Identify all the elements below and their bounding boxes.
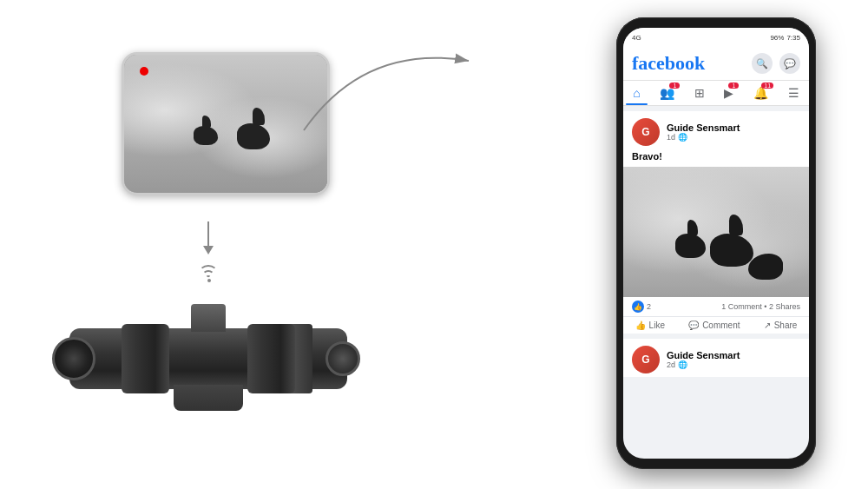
status-right: 96% 7:35 [770,34,800,42]
comment-label: Comment [702,320,740,330]
recording-dot [140,67,148,76]
menu-icon: ☰ [788,86,799,100]
post-2-avatar: G [632,346,660,373]
thermal-background [124,55,327,193]
post-1-avatar: G [632,118,660,146]
post-1-image [623,167,809,297]
phone-container: 4G 96% 7:35 facebook 🔍 💬 [616,17,816,469]
comments-shares-text: 1 Comment • 2 Shares [721,302,800,311]
nav-notifications[interactable]: 🔔 11 [746,84,775,102]
share-button[interactable]: ↗ Share [764,320,798,330]
header-icons: 🔍 💬 [752,53,800,74]
arrow-down-line [207,221,209,248]
comment-action-icon: 💬 [688,320,699,330]
share-label: Share [774,320,798,330]
facebook-nav[interactable]: ⌂ 👥 1 ⊞ ▶ 1 🔔 [623,81,809,106]
groups-icon: ⊞ [694,86,705,100]
post-2-meta: Guide Sensmart 2d 🌐 [667,350,800,369]
messenger-button[interactable]: 💬 [779,53,800,74]
globe-icon: 🌐 [678,133,687,142]
battery-text: 96% [770,34,784,42]
comment-button[interactable]: 💬 Comment [688,320,740,330]
post-deer-3 [748,254,783,280]
post-2-globe-icon: 🌐 [678,360,687,369]
search-icon: 🔍 [756,58,768,69]
post-1-text: Bravo! [623,149,809,167]
post-1-time: 1d 🌐 [667,133,800,142]
facebook-post-2: G Guide Sensmart 2d 🌐 [623,339,809,377]
friends-badge: 1 [669,83,680,89]
post-2-author: Guide Sensmart [667,350,800,360]
nav-menu[interactable]: ☰ [781,84,806,102]
post-1-author: Guide Sensmart [667,122,800,133]
nav-home[interactable]: ⌂ [626,84,647,102]
scope-objective-lens [52,337,95,380]
scope-tube [69,328,347,389]
post-2-time: 2d 🌐 [667,360,800,369]
facebook-header: facebook 🔍 💬 [623,47,809,81]
viewfinder-inner [124,55,327,193]
phone-screen: 4G 96% 7:35 facebook 🔍 💬 [623,28,809,459]
phone-outer: 4G 96% 7:35 facebook 🔍 💬 [616,17,816,469]
scope-ring-left [122,324,169,393]
like-action-icon: 👍 [635,320,646,330]
left-section [26,0,391,489]
like-icon: 👍 [632,301,644,313]
scope-eyepiece [326,341,360,376]
nav-watch[interactable]: ▶ 1 [717,84,740,102]
status-bar: 4G 96% 7:35 [623,28,809,47]
reactions-count: 2 [647,302,651,311]
post-2-avatar-letter: G [641,354,649,366]
facebook-logo: facebook [632,52,705,75]
status-left: 4G [632,34,641,42]
like-button[interactable]: 👍 Like [635,320,665,330]
post-1-reactions: 👍 2 1 Comment • 2 Shares [623,297,809,317]
facebook-post-1: G Guide Sensmart 1d 🌐 Bravo! [623,111,809,334]
nav-groups[interactable]: ⊞ [687,84,712,102]
home-icon: ⌂ [633,86,640,100]
nav-friends[interactable]: 👥 1 [653,84,681,102]
search-button[interactable]: 🔍 [752,53,773,74]
messenger-icon: 💬 [784,58,796,69]
post-1-header: G Guide Sensmart 1d 🌐 [623,111,809,149]
like-label: Like [649,320,665,330]
scope-ring-right [247,324,295,393]
avatar-letter: G [641,126,649,138]
post-1-meta: Guide Sensmart 1d 🌐 [667,122,800,142]
notifications-badge: 11 [761,83,773,89]
time-text: 7:35 [786,34,800,42]
share-action-icon: ↗ [764,320,771,330]
scope-turret-top [191,304,226,332]
main-container: 4G 96% 7:35 facebook 🔍 💬 [0,0,868,489]
reaction-left: 👍 2 [632,301,651,313]
post-1-actions: 👍 Like 💬 Comment ↗ Share [623,317,809,334]
scope-device [43,281,373,437]
carrier-text: 4G [632,34,641,42]
nav-active-indicator [626,103,647,105]
wifi-icon [195,261,221,281]
viewfinder-box [122,52,330,195]
scope-mount [174,385,243,411]
watch-badge: 1 [728,83,739,89]
wifi-signal-area [195,221,221,281]
post-image-background [623,167,809,297]
